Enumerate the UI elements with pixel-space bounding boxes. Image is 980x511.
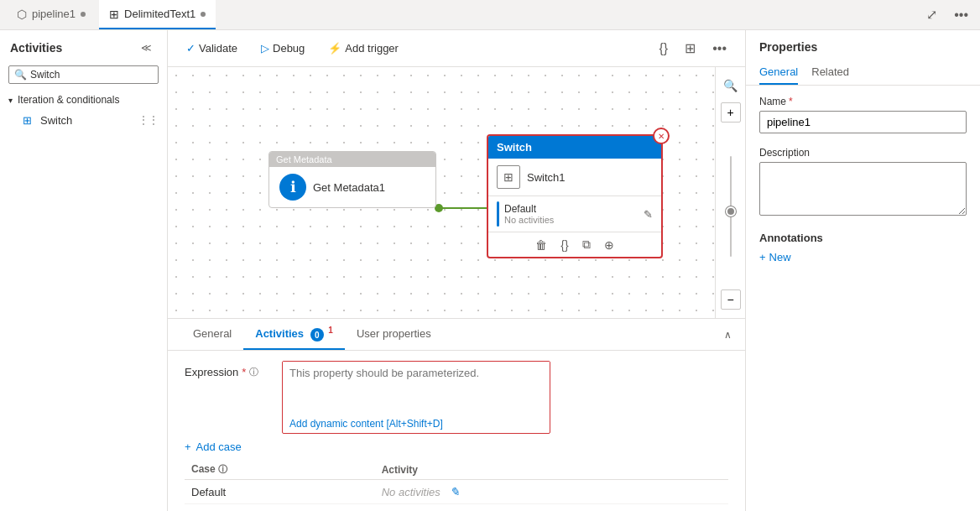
search-canvas-btn[interactable]: 🔍 bbox=[721, 76, 741, 96]
expression-info-icon[interactable]: ⓘ bbox=[249, 366, 258, 378]
name-label-text: Name * bbox=[759, 96, 967, 107]
new-annotation-label: New bbox=[769, 251, 791, 263]
pipeline-icon: ⬡ bbox=[17, 8, 27, 21]
zoom-in-btn[interactable]: + bbox=[721, 102, 741, 123]
debug-button[interactable]: ▷ Debug bbox=[256, 39, 310, 58]
add-dynamic-content-link[interactable]: Add dynamic content [Alt+Shift+D] bbox=[283, 415, 550, 433]
add-step-icon[interactable]: ⊕ bbox=[604, 238, 614, 252]
tab-pipeline1-dot bbox=[81, 12, 86, 17]
delete-icon[interactable]: 🗑 bbox=[535, 238, 547, 252]
edit-activity-icon[interactable]: ✎ bbox=[450, 485, 460, 498]
add-case-row[interactable]: + Add case bbox=[185, 441, 728, 453]
sidebar-header-icons: ≪ bbox=[136, 39, 157, 57]
toolbar: ✓ Validate ▷ Debug ⚡ Add trigger {} ⊞ ••… bbox=[168, 30, 745, 67]
switch-case-row: Default No activities ✎ bbox=[488, 196, 661, 232]
zoom-out-btn[interactable]: − bbox=[721, 289, 741, 310]
name-field: Name * bbox=[759, 96, 967, 133]
tab-delimitedtext1-label: DelimitedText1 bbox=[124, 8, 195, 20]
zoom-controls: 🔍 + − bbox=[715, 67, 745, 318]
activities-badge: 0 bbox=[310, 328, 324, 342]
switch-icon: ⊞ bbox=[20, 113, 34, 127]
trigger-bolt-icon: ⚡ bbox=[328, 42, 341, 55]
drag-handle-icon: ⋮⋮ bbox=[138, 114, 159, 126]
description-field: Description bbox=[759, 147, 967, 218]
switch-node-toolbar: 🗑 {} ⧉ ⊕ bbox=[488, 232, 661, 257]
case-table: Case ⓘ Activity Default No activities ✎ bbox=[185, 460, 728, 504]
get-metadata-body: ℹ Get Metadata1 bbox=[269, 167, 435, 207]
sidebar-item-switch-label: Switch bbox=[40, 114, 72, 127]
name-input[interactable] bbox=[759, 111, 967, 133]
expand-icon-btn[interactable]: ⤢ bbox=[921, 3, 942, 26]
annotations-section: Annotations + New bbox=[759, 232, 967, 263]
activities-sup: 1 bbox=[328, 326, 333, 335]
description-label-text: Description bbox=[759, 147, 967, 159]
search-box: 🔍 bbox=[8, 65, 159, 84]
copy-node-icon[interactable]: ⧉ bbox=[582, 237, 591, 252]
collapse-icon-btn[interactable]: ≪ bbox=[136, 39, 157, 57]
case-cell: Default bbox=[185, 480, 375, 504]
annotations-label: Annotations bbox=[759, 232, 967, 244]
add-trigger-button[interactable]: ⚡ Add trigger bbox=[323, 39, 404, 58]
sidebar-section-label: Iteration & conditionals bbox=[18, 94, 119, 106]
edit-case-icon[interactable]: ✎ bbox=[644, 208, 653, 221]
expression-row: Expression * ⓘ Add dynamic content [Alt+… bbox=[185, 361, 728, 434]
switch-icon-box: ⊞ bbox=[497, 165, 520, 189]
canvas[interactable]: Get Metadata ℹ Get Metadata1 ✕ Switch ⊞ bbox=[168, 67, 745, 318]
add-trigger-label: Add trigger bbox=[345, 42, 399, 55]
activity-cell: No activities ✎ bbox=[375, 480, 728, 504]
get-metadata-node[interactable]: Get Metadata ℹ Get Metadata1 bbox=[268, 151, 436, 208]
bottom-content: Expression * ⓘ Add dynamic content [Alt+… bbox=[168, 351, 745, 511]
switch-node[interactable]: ✕ Switch ⊞ Switch1 Default No activities bbox=[487, 134, 663, 258]
sidebar-section-header[interactable]: ▾ Iteration & conditionals bbox=[0, 91, 167, 109]
description-textarea[interactable] bbox=[759, 162, 967, 216]
switch-case-info: Default No activities bbox=[504, 203, 639, 225]
name-label: Name bbox=[759, 96, 786, 107]
properties-tabs: General Related bbox=[746, 60, 980, 86]
bottom-panel: General Activities 0 1 User properties ∧… bbox=[168, 318, 745, 511]
props-tab-related[interactable]: Related bbox=[811, 60, 849, 85]
get-metadata-label: Get Metadata1 bbox=[313, 181, 385, 194]
expression-textarea[interactable] bbox=[283, 362, 550, 412]
tab-user-properties-label: User properties bbox=[357, 327, 431, 340]
tab-general[interactable]: General bbox=[181, 321, 243, 348]
add-case-label: Add case bbox=[196, 441, 242, 453]
tab-pipeline1[interactable]: ⬡ pipeline1 bbox=[7, 0, 96, 29]
slider-thumb[interactable] bbox=[726, 206, 736, 216]
switch-default-label: Default bbox=[504, 203, 639, 215]
switch-node-header: Switch bbox=[488, 136, 661, 159]
expression-label: Expression bbox=[185, 366, 238, 378]
search-input[interactable] bbox=[30, 69, 153, 81]
tab-user-properties[interactable]: User properties bbox=[345, 321, 443, 348]
description-label: Description bbox=[759, 147, 810, 159]
case-column-header: Case ⓘ bbox=[185, 460, 375, 480]
props-tab-general[interactable]: General bbox=[759, 60, 798, 85]
case-col-label: Case bbox=[191, 463, 216, 475]
search-icon: 🔍 bbox=[14, 69, 27, 81]
case-col-info-icon[interactable]: ⓘ bbox=[218, 464, 227, 474]
validate-check-icon: ✓ bbox=[186, 42, 195, 55]
properties-panel: Properties General Related Name * Descri… bbox=[745, 30, 980, 511]
properties-title: Properties bbox=[746, 30, 980, 54]
braces-icon-btn[interactable]: {} bbox=[654, 37, 674, 60]
close-icon[interactable]: ✕ bbox=[653, 128, 670, 144]
tab-bar-right: ⤢ ••• bbox=[921, 3, 973, 26]
more-options-btn[interactable]: ••• bbox=[949, 4, 973, 26]
tab-general-label: General bbox=[193, 327, 232, 340]
properties-body: Name * Description Annotations + New bbox=[746, 86, 980, 511]
braces-node-icon[interactable]: {} bbox=[560, 238, 568, 252]
table-row: Default No activities ✎ bbox=[185, 480, 728, 504]
sidebar-item-switch[interactable]: ⊞ Switch ⋮⋮ bbox=[0, 109, 167, 131]
tab-bar: ⬡ pipeline1 ⊞ DelimitedText1 ⤢ ••• bbox=[0, 0, 980, 30]
expression-label-text: Expression * ⓘ bbox=[185, 361, 268, 378]
grid-icon-btn[interactable]: ⊞ bbox=[680, 37, 701, 60]
more-toolbar-btn[interactable]: ••• bbox=[707, 37, 732, 60]
sidebar-title: Activities bbox=[10, 41, 62, 55]
sidebar-header: Activities ≪ bbox=[0, 30, 167, 62]
tab-pipeline1-label: pipeline1 bbox=[32, 8, 76, 20]
collapse-bottom-panel-icon[interactable]: ∧ bbox=[724, 329, 732, 341]
tab-activities[interactable]: Activities 0 1 bbox=[243, 319, 345, 350]
switch-default-sub: No activities bbox=[504, 215, 639, 225]
new-annotation-button[interactable]: + New bbox=[759, 251, 791, 263]
tab-delimitedtext1[interactable]: ⊞ DelimitedText1 bbox=[99, 0, 216, 29]
validate-button[interactable]: ✓ Validate bbox=[181, 39, 242, 58]
